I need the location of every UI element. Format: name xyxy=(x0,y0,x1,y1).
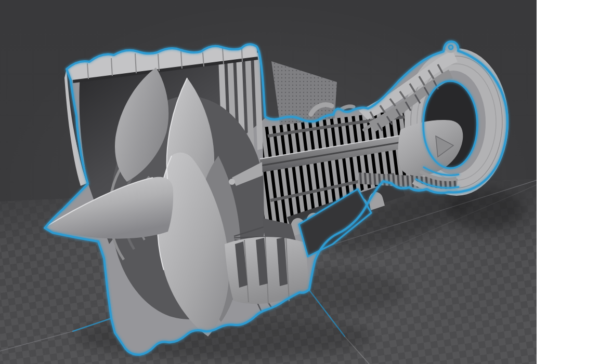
viewport-3d[interactable] xyxy=(0,0,537,364)
right-panel xyxy=(537,0,599,364)
scene-svg xyxy=(0,0,537,364)
application-window xyxy=(0,0,599,364)
